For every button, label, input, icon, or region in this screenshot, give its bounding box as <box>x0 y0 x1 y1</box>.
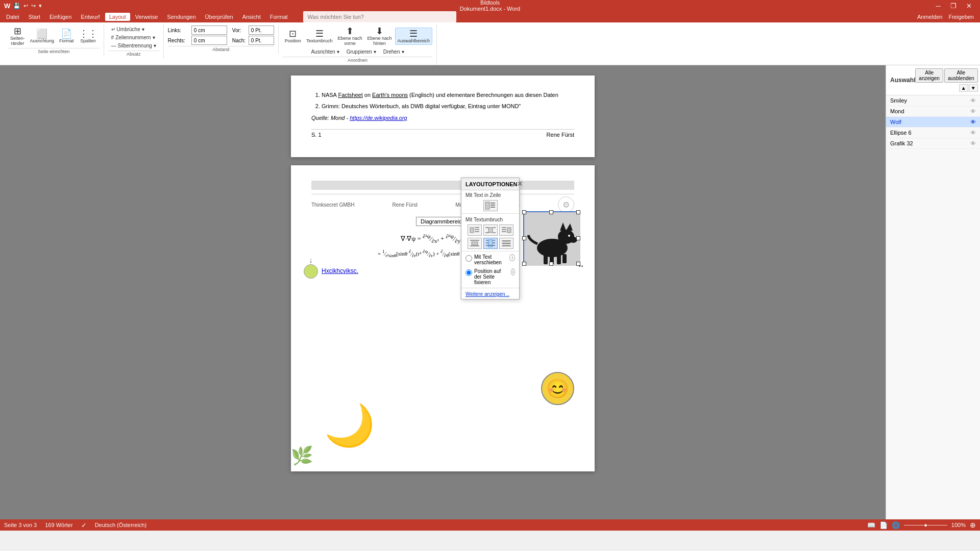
sidebar-item-smiley-toggle[interactable]: 👁 <box>970 97 976 104</box>
zoom-slider[interactable]: ─────●───── <box>904 522 947 528</box>
vor-label: Vor: <box>232 28 247 33</box>
silbentrennung-btn[interactable]: — Silbentrennung ▾ <box>108 42 159 49</box>
layout-icon-square-right[interactable] <box>499 224 513 236</box>
umbrueche-btn[interactable]: ↵ Umbrüche ▾ <box>108 26 148 33</box>
sidebar-item-mond-toggle[interactable]: 👁 <box>970 108 976 114</box>
menu-verweise[interactable]: Verweise <box>131 13 162 21</box>
menu-ueberpruefen[interactable]: Überprüfen <box>201 13 237 21</box>
save-icon[interactable]: 💾 <box>13 3 20 9</box>
links-input[interactable] <box>191 26 227 35</box>
freigeben-btn[interactable]: Freigeben <box>948 14 974 20</box>
ebene-vorne-btn[interactable]: ⬆ Ebene nachvorne <box>335 26 364 47</box>
scroll-up-btn[interactable]: ▲ <box>959 84 968 92</box>
minimize-btn[interactable]: ─ <box>931 0 945 11</box>
gruppieren-arrow: ▾ <box>374 49 376 55</box>
redo-icon[interactable]: ↪ <box>31 3 36 9</box>
resize-handle-bl[interactable] <box>522 262 526 266</box>
spalten-btn[interactable]: ⋮⋮ Spalten <box>77 28 100 44</box>
resize-handle-mr[interactable] <box>576 236 580 240</box>
ausrichtung-btn[interactable]: ⬜ Ausrichtung <box>28 28 57 44</box>
menu-ansicht[interactable]: Ansicht <box>238 13 265 21</box>
zeilennummern-btn[interactable]: # Zeilennummern ▾ <box>108 34 158 41</box>
sidebar-title: Auswahl <box>890 77 915 84</box>
weitere-anzeigen-link[interactable]: Weitere anzeigen... <box>461 289 519 299</box>
ausrichtung-label: Ausrichtung <box>30 38 55 43</box>
sidebar-item-mond[interactable]: Mond 👁 <box>886 106 980 117</box>
ausrichten-btn[interactable]: Ausrichten ▾ <box>308 48 342 56</box>
sidebar-item-smiley[interactable]: Smiley 👁 <box>886 95 980 106</box>
ausrichten-arrow: ▾ <box>337 49 339 55</box>
layout-icon-inline[interactable] <box>483 200 498 211</box>
read-mode-icon[interactable]: 📖 <box>867 521 875 529</box>
nach-input[interactable] <box>249 36 274 45</box>
page-header-strip <box>311 181 574 190</box>
layout-icon-square-center[interactable] <box>483 224 498 236</box>
web-layout-icon[interactable]: 🌐 <box>892 521 900 529</box>
wolf-image-container[interactable]: ↔ <box>523 211 579 265</box>
textumbruch-btn[interactable]: ☰ Textumbruch <box>304 28 335 44</box>
silbentrennung-label: Silbentrennung <box>118 43 152 48</box>
resize-handle-tc[interactable] <box>549 210 553 214</box>
layout-icon-tight[interactable] <box>483 238 498 249</box>
radio-mit-text-input[interactable] <box>465 255 472 262</box>
resize-handle-ml[interactable] <box>522 236 526 240</box>
hyperlink-text[interactable]: Hxcikhcviksc. <box>322 267 358 274</box>
undo-icon[interactable]: ↩ <box>23 3 28 9</box>
layout-panel-title: LAYOUTOPTIONEN <box>465 181 517 187</box>
sidebar-item-grafik32[interactable]: Grafik 32 👁 <box>886 138 980 149</box>
menu-entwurf[interactable]: Entwurf <box>77 13 104 21</box>
layout-icon-square-left[interactable] <box>468 224 482 236</box>
menu-einfuegen[interactable]: Einfügen <box>45 13 76 21</box>
format-btn[interactable]: 📄 Format <box>57 28 76 44</box>
sidebar-item-wolf[interactable]: Wolf 👁 <box>886 117 980 128</box>
position-fixieren-info-icon[interactable]: i <box>511 268 515 276</box>
resize-handle-bc[interactable] <box>549 262 553 266</box>
gruppieren-btn[interactable]: Gruppieren ▾ <box>344 48 379 56</box>
radio-position-fixieren-input[interactable] <box>465 269 472 276</box>
print-layout-icon[interactable]: 📄 <box>879 521 888 529</box>
menu-datei[interactable]: Datei <box>2 13 23 21</box>
layout-icon-behind[interactable] <box>499 238 513 249</box>
sidebar-item-grafik32-toggle[interactable]: 👁 <box>970 140 976 146</box>
rechts-label: Rechts: <box>168 38 189 43</box>
restore-btn[interactable]: ❐ <box>946 0 961 11</box>
resize-handle-tl[interactable] <box>522 210 526 214</box>
vor-input[interactable] <box>249 26 274 35</box>
search-input[interactable] <box>303 11 456 22</box>
sidebar-item-ellipse6[interactable]: Ellipse 6 👁 <box>886 128 980 138</box>
close-btn[interactable]: ✕ <box>962 0 976 11</box>
scroll-down-btn[interactable]: ▼ <box>969 84 978 92</box>
doc-area[interactable]: NASA Factsheet on Earth's moons (Englisc… <box>0 65 886 519</box>
ebene-hinten-btn[interactable]: ⬇ Ebene nachhinten <box>365 26 394 47</box>
drehen-btn[interactable]: Drehen ▾ <box>380 48 407 56</box>
spelling-icon: ✓ <box>81 521 87 529</box>
menu-layout[interactable]: Layout <box>105 13 130 21</box>
hide-all-btn[interactable]: Alle ausblenden <box>944 68 978 83</box>
dropdown-icon[interactable]: ▾ <box>39 3 42 9</box>
mit-text-info-icon[interactable]: i <box>509 254 515 261</box>
layout-panel-close-btn[interactable]: ✕ <box>517 180 523 188</box>
menu-sendungen[interactable]: Sendungen <box>163 13 200 21</box>
layout-section-textumbruch: Mit Textumbruch <box>461 215 519 223</box>
menu-format[interactable]: Format <box>266 13 292 21</box>
layout-inline-icons <box>461 199 519 212</box>
svg-rect-29 <box>472 242 478 245</box>
sidebar-item-wolf-toggle[interactable]: 👁 <box>970 119 976 125</box>
anmelden-btn[interactable]: Anmelden <box>917 14 943 20</box>
resize-handle-tr[interactable] <box>576 210 580 214</box>
menu-start[interactable]: Start <box>24 13 44 21</box>
show-all-btn[interactable]: Alle anzeigen <box>915 68 943 83</box>
position-btn[interactable]: ⊡ Position <box>283 28 303 44</box>
sidebar-item-ellipse6-toggle[interactable]: 👁 <box>970 130 976 136</box>
auswahlbereich-btn[interactable]: ☰ Auswahlbereich <box>395 28 433 45</box>
rechts-input[interactable] <box>191 36 227 45</box>
seitenraender-btn[interactable]: ⊞ Seiten-ränder <box>8 26 27 47</box>
ebene-vorne-icon: ⬆ <box>346 27 354 36</box>
page-number: S. 1 <box>311 132 322 138</box>
spalten-icon: ⋮⋮ <box>79 29 97 38</box>
layout-options-panel: LAYOUTOPTIONEN ✕ Mit Text in Zeile Mit T… <box>461 178 520 299</box>
source-link[interactable]: https://de.wikipedia.org <box>350 115 407 121</box>
layout-icon-top-bottom[interactable] <box>468 238 482 249</box>
zoom-in-btn[interactable]: ⊕ <box>970 521 976 529</box>
umbrueche-arrow: ▾ <box>142 27 144 32</box>
